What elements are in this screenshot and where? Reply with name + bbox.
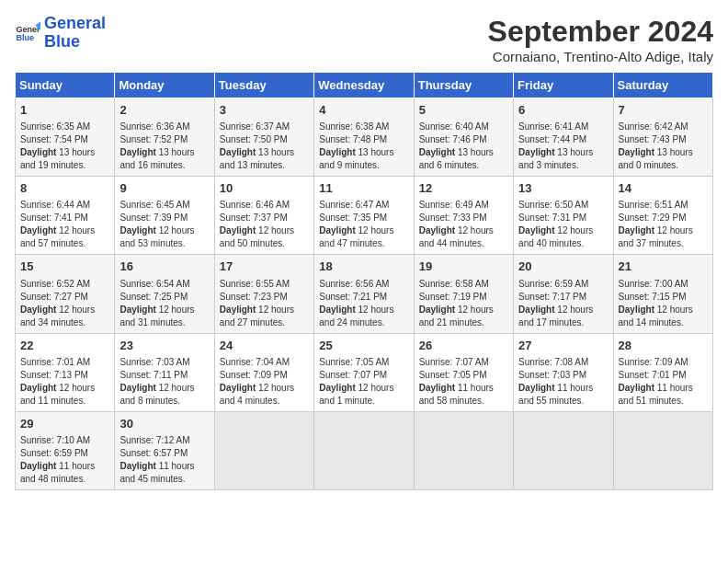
day-number: 21 [619, 259, 708, 275]
month-title: September 2024 [488, 15, 713, 49]
calendar-cell: 30Sunrise: 7:12 AMSunset: 6:57 PMDayligh… [115, 411, 214, 489]
day-info: Sunrise: 6:38 AMSunset: 7:48 PMDaylight … [319, 121, 408, 172]
day-number: 14 [619, 180, 708, 197]
day-number: 26 [419, 338, 508, 354]
calendar-cell: 8Sunrise: 6:44 AMSunset: 7:41 PMDaylight… [16, 177, 115, 255]
calendar-cell: 24Sunrise: 7:04 AMSunset: 7:09 PMDayligh… [214, 333, 313, 411]
weekday-header-friday: Friday [514, 73, 613, 98]
day-number: 5 [419, 102, 508, 119]
calendar-cell: 23Sunrise: 7:03 AMSunset: 7:11 PMDayligh… [115, 333, 214, 411]
day-info: Sunrise: 6:42 AMSunset: 7:43 PMDaylight … [619, 121, 708, 172]
header: General Blue GeneralBlue September 2024 … [15, 15, 713, 64]
calendar-cell: 12Sunrise: 6:49 AMSunset: 7:33 PMDayligh… [414, 177, 513, 255]
calendar-cell: 2Sunrise: 6:36 AMSunset: 7:52 PMDaylight… [115, 98, 214, 177]
day-number: 3 [220, 102, 309, 119]
day-info: Sunrise: 6:36 AMSunset: 7:52 PMDaylight … [119, 121, 209, 172]
day-info: Sunrise: 7:12 AMSunset: 6:57 PMDaylight … [119, 434, 209, 486]
calendar-cell: 4Sunrise: 6:38 AMSunset: 7:48 PMDaylight… [314, 98, 414, 177]
day-info: Sunrise: 6:55 AMSunset: 7:23 PMDaylight … [220, 278, 309, 329]
day-number: 12 [419, 180, 508, 197]
day-number: 15 [20, 259, 109, 275]
day-info: Sunrise: 6:51 AMSunset: 7:29 PMDaylight … [619, 199, 708, 250]
day-number: 29 [20, 416, 109, 432]
day-info: Sunrise: 6:47 AMSunset: 7:35 PMDaylight … [319, 199, 408, 250]
day-number: 9 [119, 180, 209, 197]
day-info: Sunrise: 6:49 AMSunset: 7:33 PMDaylight … [419, 199, 508, 250]
day-info: Sunrise: 6:45 AMSunset: 7:39 PMDaylight … [119, 199, 209, 250]
calendar-cell: 10Sunrise: 6:46 AMSunset: 7:37 PMDayligh… [214, 177, 313, 255]
calendar-cell: 22Sunrise: 7:01 AMSunset: 7:13 PMDayligh… [16, 333, 115, 411]
day-number: 22 [20, 338, 109, 354]
calendar-cell: 21Sunrise: 7:00 AMSunset: 7:15 PMDayligh… [613, 255, 712, 333]
day-number: 23 [119, 338, 209, 354]
calendar-cell: 27Sunrise: 7:08 AMSunset: 7:03 PMDayligh… [514, 333, 613, 411]
calendar-cell: 17Sunrise: 6:55 AMSunset: 7:23 PMDayligh… [214, 255, 313, 333]
day-number: 30 [119, 416, 209, 432]
day-number: 17 [220, 259, 309, 275]
day-info: Sunrise: 7:09 AMSunset: 7:01 PMDaylight … [619, 356, 708, 408]
logo-icon: General Blue [15, 20, 40, 46]
day-info: Sunrise: 7:04 AMSunset: 7:09 PMDaylight … [220, 356, 309, 408]
calendar-cell: 28Sunrise: 7:09 AMSunset: 7:01 PMDayligh… [613, 333, 712, 411]
day-number: 19 [419, 259, 508, 275]
day-info: Sunrise: 6:52 AMSunset: 7:27 PMDaylight … [20, 278, 109, 329]
logo-text: GeneralBlue [44, 15, 106, 52]
svg-text:Blue: Blue [16, 33, 34, 42]
calendar-cell: 7Sunrise: 6:42 AMSunset: 7:43 PMDaylight… [613, 98, 712, 177]
day-info: Sunrise: 7:05 AMSunset: 7:07 PMDaylight … [319, 356, 408, 408]
calendar-cell: 20Sunrise: 6:59 AMSunset: 7:17 PMDayligh… [514, 255, 613, 333]
day-number: 28 [619, 338, 708, 354]
calendar-cell: 25Sunrise: 7:05 AMSunset: 7:07 PMDayligh… [314, 333, 414, 411]
calendar-cell: 1Sunrise: 6:35 AMSunset: 7:54 PMDaylight… [16, 98, 115, 177]
day-number: 27 [518, 338, 608, 354]
title-area: September 2024 Cornaiano, Trentino-Alto … [488, 15, 713, 64]
day-info: Sunrise: 6:37 AMSunset: 7:50 PMDaylight … [220, 121, 309, 172]
calendar-table: SundayMondayTuesdayWednesdayThursdayFrid… [15, 72, 713, 490]
day-number: 16 [119, 259, 209, 275]
day-info: Sunrise: 6:40 AMSunset: 7:46 PMDaylight … [419, 121, 508, 172]
day-info: Sunrise: 6:56 AMSunset: 7:21 PMDaylight … [319, 278, 408, 329]
calendar-cell: 11Sunrise: 6:47 AMSunset: 7:35 PMDayligh… [314, 177, 414, 255]
calendar-cell [613, 411, 712, 489]
weekday-header-thursday: Thursday [414, 73, 513, 98]
weekday-header-wednesday: Wednesday [314, 73, 414, 98]
calendar-cell [314, 411, 414, 489]
calendar-cell: 9Sunrise: 6:45 AMSunset: 7:39 PMDaylight… [115, 177, 214, 255]
calendar-cell: 3Sunrise: 6:37 AMSunset: 7:50 PMDaylight… [214, 98, 313, 177]
day-number: 4 [319, 102, 408, 119]
day-number: 20 [518, 259, 608, 275]
calendar-cell: 26Sunrise: 7:07 AMSunset: 7:05 PMDayligh… [414, 333, 513, 411]
weekday-header-saturday: Saturday [613, 73, 712, 98]
day-number: 24 [220, 338, 309, 354]
calendar-cell: 16Sunrise: 6:54 AMSunset: 7:25 PMDayligh… [115, 255, 214, 333]
calendar-cell: 18Sunrise: 6:56 AMSunset: 7:21 PMDayligh… [314, 255, 414, 333]
weekday-header-tuesday: Tuesday [214, 73, 313, 98]
day-info: Sunrise: 6:59 AMSunset: 7:17 PMDaylight … [518, 278, 608, 329]
day-info: Sunrise: 7:08 AMSunset: 7:03 PMDaylight … [518, 356, 608, 408]
calendar-cell: 29Sunrise: 7:10 AMSunset: 6:59 PMDayligh… [16, 411, 115, 489]
day-info: Sunrise: 7:03 AMSunset: 7:11 PMDaylight … [119, 356, 209, 408]
day-number: 10 [220, 180, 309, 197]
day-info: Sunrise: 7:00 AMSunset: 7:15 PMDaylight … [619, 278, 708, 329]
day-number: 18 [319, 259, 408, 275]
day-info: Sunrise: 6:58 AMSunset: 7:19 PMDaylight … [419, 278, 508, 329]
day-number: 6 [518, 102, 608, 119]
day-number: 7 [619, 102, 708, 119]
day-info: Sunrise: 7:07 AMSunset: 7:05 PMDaylight … [419, 356, 508, 408]
calendar-cell [514, 411, 613, 489]
day-info: Sunrise: 7:10 AMSunset: 6:59 PMDaylight … [20, 434, 109, 486]
day-number: 13 [518, 180, 608, 197]
day-number: 8 [20, 180, 109, 197]
logo: General Blue GeneralBlue [15, 15, 106, 52]
weekday-header-sunday: Sunday [16, 73, 115, 98]
day-info: Sunrise: 6:41 AMSunset: 7:44 PMDaylight … [518, 121, 608, 172]
day-info: Sunrise: 6:44 AMSunset: 7:41 PMDaylight … [20, 199, 109, 250]
calendar-cell: 15Sunrise: 6:52 AMSunset: 7:27 PMDayligh… [16, 255, 115, 333]
calendar-cell: 19Sunrise: 6:58 AMSunset: 7:19 PMDayligh… [414, 255, 513, 333]
day-number: 2 [119, 102, 209, 119]
day-info: Sunrise: 7:01 AMSunset: 7:13 PMDaylight … [20, 356, 109, 408]
weekday-header-monday: Monday [115, 73, 214, 98]
day-number: 1 [20, 102, 109, 119]
day-number: 25 [319, 338, 408, 354]
day-info: Sunrise: 6:50 AMSunset: 7:31 PMDaylight … [518, 199, 608, 250]
